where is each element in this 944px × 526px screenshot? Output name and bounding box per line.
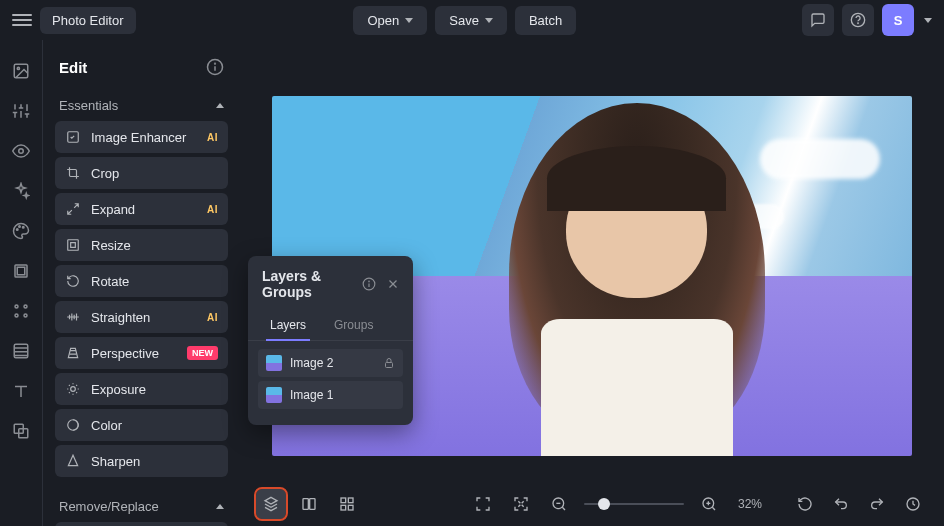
- chevron-up-icon: [216, 504, 224, 509]
- tool-exposure[interactable]: Exposure: [55, 373, 228, 405]
- tab-layers[interactable]: Layers: [256, 310, 320, 340]
- tool-rail: [0, 40, 42, 526]
- exposure-icon: [65, 381, 81, 397]
- rail-eye-icon[interactable]: [10, 140, 32, 162]
- tool-expand[interactable]: Expand AI: [55, 193, 228, 225]
- tool-rotate[interactable]: Rotate: [55, 265, 228, 297]
- layer-row[interactable]: Image 2: [258, 349, 403, 377]
- svg-point-19: [15, 305, 18, 308]
- rail-overlay-icon[interactable]: [10, 420, 32, 442]
- close-icon[interactable]: [385, 276, 401, 292]
- reset-button[interactable]: [790, 489, 820, 519]
- rail-image-icon[interactable]: [10, 60, 32, 82]
- tool-straighten[interactable]: Straighten AI: [55, 301, 228, 333]
- ai-badge: AI: [207, 132, 218, 143]
- redo-button[interactable]: [862, 489, 892, 519]
- open-button[interactable]: Open: [353, 6, 427, 35]
- undo-button[interactable]: [826, 489, 856, 519]
- rotate-icon: [65, 273, 81, 289]
- chevron-down-icon[interactable]: [924, 18, 932, 23]
- top-bar: Photo Editor Open Save Batch S: [0, 0, 944, 40]
- zoom-value: 32%: [738, 497, 762, 511]
- layers-panel-title: Layers & Groups: [262, 268, 353, 300]
- chevron-down-icon: [485, 18, 493, 23]
- fit-button[interactable]: [506, 489, 536, 519]
- color-icon: [65, 417, 81, 433]
- svg-rect-46: [310, 499, 315, 510]
- svg-point-13: [19, 149, 24, 154]
- rail-frame-icon[interactable]: [10, 260, 32, 282]
- tool-color[interactable]: Color: [55, 409, 228, 441]
- new-badge: NEW: [187, 346, 218, 360]
- expand-icon: [65, 201, 81, 217]
- svg-rect-47: [341, 498, 346, 503]
- menu-icon[interactable]: [12, 10, 32, 30]
- rail-text-icon[interactable]: [10, 380, 32, 402]
- svg-rect-49: [341, 505, 346, 510]
- history-button[interactable]: [898, 489, 928, 519]
- grid-button[interactable]: [332, 489, 362, 519]
- ai-badge: AI: [207, 204, 218, 215]
- tool-image-enhancer[interactable]: Image Enhancer AI: [55, 121, 228, 153]
- layer-thumbnail: [266, 387, 282, 403]
- chevron-down-icon: [405, 18, 413, 23]
- avatar[interactable]: S: [882, 4, 914, 36]
- layers-toggle-button[interactable]: [256, 489, 286, 519]
- perspective-icon: [65, 345, 81, 361]
- svg-rect-18: [17, 267, 25, 275]
- tool-background-remover[interactable]: Background Remover AI: [55, 522, 228, 526]
- section-essentials[interactable]: Essentials: [43, 90, 240, 121]
- save-button[interactable]: Save: [435, 6, 507, 35]
- tab-groups[interactable]: Groups: [320, 310, 387, 340]
- batch-button[interactable]: Batch: [515, 6, 576, 35]
- rail-adjust-icon[interactable]: [10, 100, 32, 122]
- tool-crop[interactable]: Crop: [55, 157, 228, 189]
- tool-perspective[interactable]: Perspective NEW: [55, 337, 228, 369]
- svg-point-15: [19, 226, 21, 228]
- fullscreen-button[interactable]: [468, 489, 498, 519]
- zoom-in-button[interactable]: [694, 489, 724, 519]
- rail-palette-icon[interactable]: [10, 220, 32, 242]
- app-title-chip[interactable]: Photo Editor: [40, 7, 136, 34]
- compare-button[interactable]: [294, 489, 324, 519]
- rail-elements-icon[interactable]: [10, 300, 32, 322]
- help-icon[interactable]: [842, 4, 874, 36]
- svg-rect-48: [348, 498, 353, 503]
- zoom-slider[interactable]: [584, 503, 684, 505]
- svg-point-20: [24, 305, 27, 308]
- comments-icon[interactable]: [802, 4, 834, 36]
- svg-point-31: [71, 387, 76, 392]
- resize-icon: [65, 237, 81, 253]
- rail-sparkle-icon[interactable]: [10, 180, 32, 202]
- sharpen-icon: [65, 453, 81, 469]
- straighten-icon: [65, 309, 81, 325]
- info-icon[interactable]: [206, 58, 224, 76]
- section-remove-replace[interactable]: Remove/Replace: [43, 491, 240, 522]
- tool-resize[interactable]: Resize: [55, 229, 228, 261]
- svg-rect-30: [68, 240, 79, 251]
- svg-point-22: [24, 314, 27, 317]
- zoom-slider-knob[interactable]: [598, 498, 610, 510]
- svg-point-16: [23, 227, 25, 229]
- svg-point-3: [17, 67, 19, 69]
- zoom-out-button[interactable]: [544, 489, 574, 519]
- layer-thumbnail: [266, 355, 282, 371]
- sidebar-title: Edit: [59, 59, 87, 76]
- svg-rect-50: [348, 505, 353, 510]
- svg-line-52: [562, 507, 565, 510]
- svg-point-41: [369, 281, 370, 282]
- layers-panel: Layers & Groups Layers Groups Image 2: [248, 256, 413, 425]
- canvas-area[interactable]: Layers & Groups Layers Groups Image 2: [240, 40, 944, 482]
- app-title: Photo Editor: [52, 13, 124, 28]
- layer-row[interactable]: Image 1: [258, 381, 403, 409]
- rail-texture-icon[interactable]: [10, 340, 32, 362]
- svg-point-14: [17, 229, 19, 231]
- layer-label: Image 2: [290, 356, 333, 370]
- info-icon[interactable]: [361, 276, 377, 292]
- tool-sharpen[interactable]: Sharpen: [55, 445, 228, 477]
- image-enhancer-icon: [65, 129, 81, 145]
- svg-point-28: [215, 63, 216, 64]
- svg-line-55: [712, 507, 715, 510]
- lock-icon[interactable]: [383, 357, 395, 369]
- svg-rect-45: [303, 499, 308, 510]
